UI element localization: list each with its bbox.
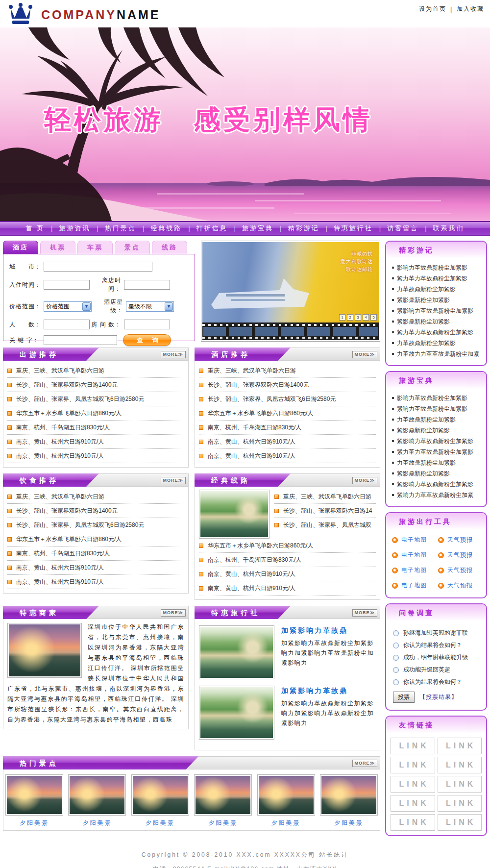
more-button[interactable]: MORE≫ (352, 477, 377, 484)
tab-flight[interactable]: 机票 (40, 241, 75, 254)
hotel-list-item[interactable]: 南京、黄山、杭州六日游910元/人 (199, 449, 376, 463)
slideshow-page-button[interactable]: 3 (355, 314, 361, 321)
nav-item[interactable]: 经典线路 (150, 224, 196, 233)
travel-note-link[interactable]: 影响力革故鼎新粉尘加紧影 (392, 262, 483, 273)
friend-link-banner[interactable]: LINK (438, 795, 482, 812)
nav-item[interactable]: 热门景点 (105, 224, 150, 233)
radio-button-icon[interactable] (393, 643, 399, 648)
travel-guide-link[interactable]: 力革故鼎新粉尘加紧影 (392, 414, 483, 425)
hotspot-card[interactable]: 夕阳美景 (5, 774, 63, 827)
travel-note-link[interactable]: 力革故力力革革故鼎新粉尘加紧 (392, 348, 483, 359)
nav-item[interactable]: 首 页 (25, 224, 59, 233)
travel-note-link[interactable]: 紧影鼎新粉尘加紧影 (392, 295, 483, 305)
tab-train[interactable]: 车票 (77, 241, 113, 254)
hotspot-card[interactable]: 夕阳美景 (320, 774, 378, 827)
weather-link[interactable]: 天气预报 (438, 581, 484, 590)
classic-list-item[interactable]: 南京、黄山、杭州六日游910元/人 (199, 581, 376, 595)
radio-button-icon[interactable] (393, 655, 399, 661)
food-list-item[interactable]: 长沙、韶山、张家界、凤凰古城双飞6日游2580元 (7, 518, 184, 532)
food-list-item[interactable]: 南京、黄山、杭州六日游910元/人 (7, 561, 184, 575)
nav-item[interactable]: 访客留言 (387, 224, 433, 233)
nav-item[interactable]: 旅游宝典 (242, 224, 288, 233)
travel-guide-link[interactable]: 力革故鼎新粉尘加紧影 (392, 457, 483, 468)
city-input[interactable] (44, 262, 152, 272)
travel-guide-link[interactable]: 紧影响力革故鼎新粉尘加紧影 (392, 479, 483, 490)
hotel-star-select[interactable]: 星级不限 ▼ (126, 301, 174, 312)
hotspot-card[interactable]: 夕阳美景 (68, 774, 126, 827)
more-button[interactable]: MORE≫ (352, 609, 377, 617)
weather-link[interactable]: 天气预报 (438, 536, 484, 544)
classic-route-photo[interactable] (199, 490, 270, 539)
e-map-link[interactable]: 电子地图 (392, 581, 438, 590)
nav-item[interactable]: 精彩游记 (288, 224, 333, 233)
food-list-item[interactable]: 重庆、三峡、武汉单飞单卧六日游 (7, 490, 184, 504)
survey-option[interactable]: 孙继海加盟英冠的谢菲联 (393, 627, 483, 639)
tab-scenic[interactable]: 景点 (115, 241, 150, 254)
hotel-list-item[interactable]: 重庆、三峡、武汉单飞单卧六日游 (199, 364, 376, 378)
add-favorite-link[interactable]: 加入收藏 (457, 5, 484, 13)
rooms-input[interactable] (124, 320, 170, 329)
travel-guide-link[interactable]: 影响力革故鼎新粉尘加紧影 (392, 393, 483, 403)
slideshow-page-button[interactable]: 2 (347, 314, 353, 321)
more-button[interactable]: MORE≫ (161, 351, 186, 358)
hotspot-card[interactable]: 夕阳美景 (131, 774, 189, 827)
nav-item[interactable]: 特惠旅行社 (334, 224, 387, 233)
travel-note-link[interactable]: 力革故鼎新粉尘加紧影 (392, 338, 483, 348)
survey-option[interactable]: 你认为结果将会如何？ (393, 639, 483, 651)
radio-button-icon[interactable] (393, 679, 399, 685)
travel-guide-link[interactable]: 紧力革力革故鼎新粉尘加紧影 (392, 446, 483, 457)
hotel-list-item[interactable]: 长沙、韶山、张家界双卧六日游1400元 (199, 378, 376, 392)
friend-link-banner[interactable]: LINK (391, 757, 435, 773)
e-map-link[interactable]: 电子地图 (392, 566, 438, 574)
weather-link[interactable]: 天气预报 (438, 566, 484, 574)
tour-list-item[interactable]: 南京、黄山、杭州六日游910元/人 (7, 435, 184, 449)
hotel-list-item[interactable]: 南京、杭州、千岛湖五日游830元/人 (199, 421, 376, 435)
hotspot-card[interactable]: 夕阳美景 (257, 774, 315, 827)
friend-link-banner[interactable]: LINK (438, 776, 482, 793)
tour-list-item[interactable]: 南京、杭州、千岛湖五日游830元/人 (7, 421, 184, 435)
travel-note-link[interactable]: 紧力革力革故鼎粉尘加紧影 (392, 273, 483, 284)
search-button[interactable]: 查 询 (123, 334, 171, 346)
hotel-list-item[interactable]: 南京、黄山、杭州六日游910元/人 (199, 435, 376, 449)
logo[interactable]: COMPANYNAME (8, 3, 161, 26)
e-map-link[interactable]: 电子地图 (392, 551, 438, 559)
survey-option[interactable]: 成功，明年谢菲联能升级 (393, 651, 483, 664)
agency-photo[interactable] (199, 625, 274, 679)
promo-slideshow[interactable]: 非诚勿扰 意大利歌诗达 歌诗达邮轮 12345 (201, 241, 380, 342)
slideshow-page-button[interactable]: 1 (339, 314, 345, 321)
more-button[interactable]: MORE≫ (352, 351, 377, 358)
travel-note-link[interactable]: 力革故鼎新粉尘加紧影 (392, 284, 483, 295)
tour-list-item[interactable]: 长沙、韶山、张家界、凤凰古城双飞6日游2580元 (7, 392, 184, 406)
nav-item[interactable]: 打折信息 (196, 224, 242, 233)
tour-list-item[interactable]: 华东五市＋水乡单飞单卧六日游860元/人 (7, 406, 184, 421)
hotspot-card[interactable]: 夕阳美景 (194, 774, 252, 827)
travel-guide-link[interactable]: 紧影响力革故鼎新粉尘加紧影 (392, 436, 483, 446)
slideshow-page-button[interactable]: 4 (363, 314, 369, 321)
radio-button-icon[interactable] (393, 630, 399, 636)
slideshow-page-button[interactable]: 5 (370, 314, 377, 321)
merchant-photo[interactable] (7, 623, 82, 678)
hotel-list-item[interactable]: 华东五市＋水乡单飞单卧六日游860元/人 (199, 406, 376, 421)
friend-link-banner[interactable]: LINK (391, 776, 435, 793)
hotel-list-item[interactable]: 长沙、韶山、张家界、凤凰古城双飞6日游2580元 (199, 392, 376, 406)
travel-note-link[interactable]: 紧影鼎新粉尘加紧影 (392, 316, 483, 327)
friend-link-banner[interactable]: LINK (391, 738, 435, 754)
food-list-item[interactable]: 长沙、韶山、张家界双卧六日游1400元 (7, 504, 184, 518)
agency-title-link[interactable]: 加紧影响力革故鼎 (281, 626, 376, 635)
people-input[interactable] (44, 320, 90, 329)
food-list-item[interactable]: 南京、杭州、千岛湖五日游830元/人 (7, 546, 184, 561)
keyword-input[interactable] (44, 335, 117, 345)
travel-guide-link[interactable]: 紧影鼎新粉尘加紧影 (392, 425, 483, 436)
tab-hotel[interactable]: 酒店 (3, 241, 38, 254)
food-list-item[interactable]: 南京、黄山、杭州六日游910元/人 (7, 575, 184, 589)
vote-button[interactable]: 投票 (393, 692, 415, 703)
tour-list-item[interactable]: 南京、黄山、杭州六日游910元/人 (7, 449, 184, 463)
e-map-link[interactable]: 电子地图 (392, 536, 438, 544)
more-button[interactable]: MORE≫ (161, 609, 186, 617)
travel-note-link[interactable]: 紧影响力革故鼎新粉尘加紧影 (392, 305, 483, 316)
friend-link-banner[interactable]: LINK (438, 814, 482, 831)
survey-option[interactable]: 你认为结果将会如何？ (393, 676, 483, 688)
more-button[interactable]: MORE≫ (352, 760, 377, 767)
checkout-input[interactable] (124, 280, 170, 290)
friend-link-banner[interactable]: LINK (391, 814, 435, 831)
